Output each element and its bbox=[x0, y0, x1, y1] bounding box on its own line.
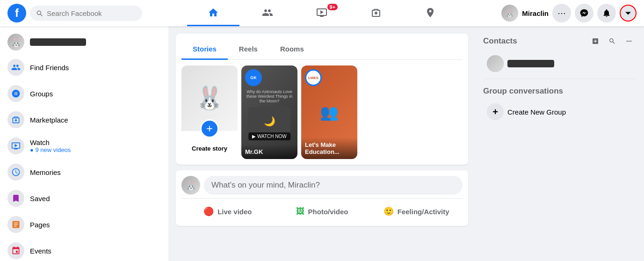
sidebar-item-pages[interactable]: Pages bbox=[4, 211, 165, 238]
sidebar-label-pages: Pages bbox=[30, 221, 50, 229]
marketplace-icon bbox=[7, 111, 24, 128]
live-video-button[interactable]: 🔴 Live video bbox=[181, 203, 274, 220]
avatar: 🐰 bbox=[501, 5, 518, 22]
saved-icon bbox=[7, 190, 24, 207]
pages-icon bbox=[7, 216, 24, 233]
story-create[interactable]: 🐰 + Create story bbox=[181, 65, 238, 159]
profile-name: Miraclin bbox=[522, 9, 549, 17]
left-sidebar: 🐰 Find Friends Groups Marketplace bbox=[0, 26, 168, 261]
story-edu[interactable]: 👥 LMES Let's Make Education... bbox=[301, 65, 357, 159]
create-story-plus[interactable]: + bbox=[200, 119, 219, 138]
stories-card: Stories Reels Rooms 🐰 + Create story bbox=[176, 34, 468, 165]
contact-item[interactable] bbox=[483, 52, 637, 75]
search-bar[interactable] bbox=[30, 6, 142, 21]
contacts-title: Contacts bbox=[483, 36, 517, 46]
sidebar-label-watch: Watch bbox=[30, 138, 71, 146]
composer-avatar: 🐰 bbox=[181, 176, 200, 195]
sidebar-item-marketplace[interactable]: Marketplace bbox=[4, 107, 165, 133]
nav-marketplace[interactable] bbox=[350, 0, 402, 26]
live-label: Live video bbox=[217, 208, 252, 216]
contact-avatar bbox=[487, 55, 504, 72]
nav-watch[interactable]: 9+ bbox=[296, 0, 348, 26]
composer-input[interactable]: What's on your mind, Miraclin? bbox=[204, 176, 463, 195]
center-feed: Stories Reels Rooms 🐰 + Create story bbox=[168, 26, 476, 261]
sidebar-label-find-friends: Find Friends bbox=[30, 64, 69, 72]
story-edu-name: Let's Make Education... bbox=[301, 138, 357, 159]
right-sidebar: Contacts Group conversations + bbox=[476, 26, 644, 261]
story-gk-avatar: GK bbox=[245, 69, 262, 86]
tab-stories[interactable]: Stories bbox=[181, 39, 228, 60]
sidebar-item-find-friends[interactable]: Find Friends bbox=[4, 54, 165, 80]
search-contacts-button[interactable] bbox=[605, 34, 620, 49]
sidebar-label-marketplace: Marketplace bbox=[30, 116, 68, 124]
search-input[interactable] bbox=[47, 9, 137, 17]
feeling-label: Feeling/Activity bbox=[398, 208, 449, 216]
divider bbox=[483, 79, 637, 79]
contacts-icons bbox=[588, 34, 637, 49]
group-conversations-title: Group conversations bbox=[483, 87, 637, 96]
watch-now-badge: ▶ WATCH NOW bbox=[248, 132, 290, 140]
nav-right: 🐰 Miraclin ⋯ bbox=[501, 4, 637, 22]
memories-icon bbox=[7, 164, 24, 181]
sidebar-user[interactable]: 🐰 bbox=[4, 30, 165, 54]
sidebar-item-saved[interactable]: Saved bbox=[4, 185, 165, 211]
post-composer: 🐰 What's on your mind, Miraclin? 🔴 Live … bbox=[176, 170, 468, 226]
photo-icon: 🖼 bbox=[296, 207, 304, 217]
nav-home[interactable] bbox=[187, 0, 239, 26]
grid-button[interactable]: ⋯ bbox=[552, 4, 571, 22]
tab-reels[interactable]: Reels bbox=[228, 39, 269, 60]
story-gk-name: Mr.GK bbox=[241, 145, 297, 159]
main-layout: 🐰 Find Friends Groups Marketplace bbox=[0, 26, 644, 261]
nav-friends[interactable] bbox=[241, 0, 294, 26]
contacts-header: Contacts bbox=[483, 34, 637, 49]
sidebar-label-events: Events bbox=[30, 247, 51, 255]
photo-video-button[interactable]: 🖼 Photo/video bbox=[276, 203, 369, 220]
dropdown-button[interactable] bbox=[620, 5, 637, 22]
photo-label: Photo/video bbox=[308, 208, 348, 216]
watch-new-videos: ● 9 new videos bbox=[30, 146, 71, 153]
feeling-button[interactable]: 🙂 Feeling/Activity bbox=[370, 203, 463, 220]
notifications-button[interactable] bbox=[597, 4, 616, 22]
groups-icon bbox=[7, 85, 24, 102]
watch-icon bbox=[7, 138, 24, 154]
story-edu-avatar: LMES bbox=[305, 69, 322, 86]
tab-rooms[interactable]: Rooms bbox=[269, 39, 315, 60]
sidebar-item-groups[interactable]: Groups bbox=[4, 80, 165, 107]
sidebar-item-watch[interactable]: Watch ● 9 new videos bbox=[4, 133, 165, 159]
create-group-icon: + bbox=[487, 103, 504, 120]
search-icon bbox=[36, 9, 43, 17]
feeling-icon: 🙂 bbox=[384, 206, 394, 217]
find-friends-icon bbox=[7, 59, 24, 76]
sidebar-label-groups: Groups bbox=[30, 90, 53, 98]
topnav: f 9+ 🐰 Mira bbox=[0, 0, 644, 26]
add-contact-button[interactable] bbox=[588, 34, 603, 49]
nav-center: 9+ bbox=[142, 0, 501, 26]
create-group-label: Create New Group bbox=[507, 108, 566, 116]
nav-groups[interactable] bbox=[404, 0, 456, 26]
more-contacts-button[interactable] bbox=[622, 34, 637, 49]
stories-list: 🐰 + Create story Why do Astronauts Love … bbox=[181, 65, 463, 159]
sidebar-label-saved: Saved bbox=[30, 195, 50, 203]
composer-actions: 🔴 Live video 🖼 Photo/video 🙂 Feeling/Act… bbox=[181, 198, 463, 220]
contact-name bbox=[507, 60, 554, 67]
sidebar-item-memories[interactable]: Memories bbox=[4, 159, 165, 185]
events-icon bbox=[7, 242, 24, 259]
sidebar-label-memories: Memories bbox=[30, 168, 61, 176]
facebook-logo[interactable]: f bbox=[7, 4, 26, 22]
story-gk[interactable]: Why do Astronauts Love these Weirdest Th… bbox=[241, 65, 297, 159]
create-story-label: Create story bbox=[192, 145, 227, 152]
messenger-button[interactable] bbox=[575, 4, 593, 22]
stories-tabs: Stories Reels Rooms bbox=[181, 39, 463, 60]
sidebar-username bbox=[30, 38, 86, 46]
sidebar-avatar: 🐰 bbox=[7, 34, 24, 51]
create-group-button[interactable]: + Create New Group bbox=[483, 100, 637, 124]
live-icon: 🔴 bbox=[203, 206, 214, 217]
nav-profile[interactable]: 🐰 Miraclin bbox=[501, 5, 549, 22]
sidebar-item-events[interactable]: Events bbox=[4, 238, 165, 261]
watch-badge: 9+ bbox=[327, 4, 338, 10]
